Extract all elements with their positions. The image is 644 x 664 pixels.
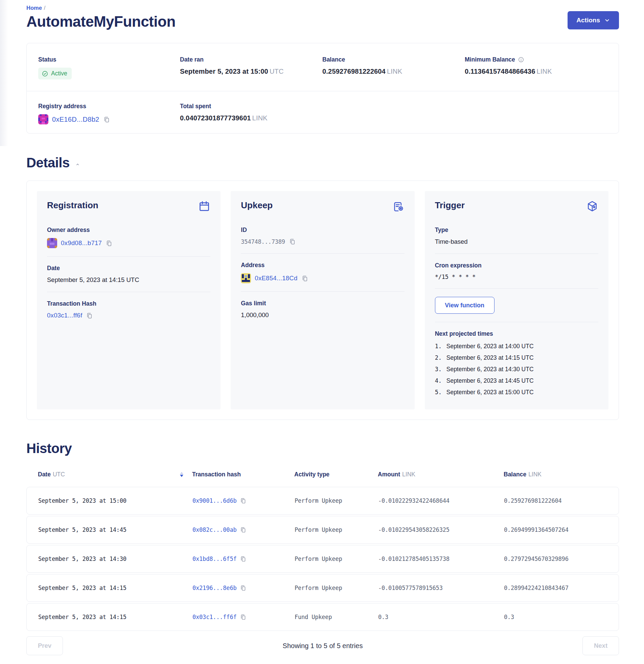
status-badge-label: Active bbox=[51, 70, 67, 77]
row-date: September 5, 2023 at 14:30 bbox=[38, 556, 193, 562]
copy-icon bbox=[240, 584, 246, 591]
sort-date-button[interactable] bbox=[180, 472, 183, 477]
trigger-title: Trigger bbox=[435, 200, 465, 211]
next-projected-times-label: Next projected times bbox=[435, 330, 598, 337]
status-badge: Active bbox=[38, 68, 72, 80]
breadcrumb-home-link[interactable]: Home bbox=[26, 5, 42, 11]
copy-hash-button[interactable] bbox=[240, 584, 246, 591]
pagination-summary: Showing 1 to 5 of 5 entries bbox=[63, 642, 582, 650]
prev-button[interactable]: Prev bbox=[26, 636, 63, 655]
view-function-button[interactable]: View function bbox=[435, 297, 495, 314]
next-projected-times-list: 1.September 6, 2023 at 14:00 UTC 2.Septe… bbox=[435, 343, 598, 396]
copy-icon bbox=[301, 275, 308, 282]
status-label: Status bbox=[38, 56, 180, 63]
registry-address-field: Registry address 0xE16D...D8b2 bbox=[38, 103, 180, 124]
transaction-hash-link[interactable]: 0x03c1...ff6f bbox=[47, 312, 82, 319]
row-amount: -0.010212785405135738 bbox=[378, 556, 504, 562]
next-button[interactable]: Next bbox=[582, 636, 619, 655]
row-hash-link[interactable]: 0x9001...6d6b bbox=[193, 497, 237, 504]
actions-button[interactable]: Actions bbox=[567, 11, 619, 29]
document-gear-icon bbox=[393, 200, 404, 212]
copy-registry-address-button[interactable] bbox=[103, 116, 110, 123]
upkeep-address-label: Address bbox=[241, 262, 404, 269]
col-activity-type-label: Activity type bbox=[294, 471, 378, 478]
min-balance-value: 0.11364157484866436 bbox=[465, 68, 535, 75]
min-balance-label: Minimum Balance bbox=[465, 56, 515, 63]
transaction-hash-label: Transaction Hash bbox=[47, 300, 210, 307]
copy-upkeep-id-button[interactable] bbox=[289, 238, 296, 245]
total-spent-field: Total spent 0.04072301877739601LINK bbox=[180, 103, 322, 124]
upkeep-panel: Upkeep ID 354748...7389 Address 0xE854..… bbox=[231, 191, 414, 410]
row-amount: -0.010222932422468644 bbox=[378, 497, 504, 504]
calendar-icon bbox=[198, 200, 210, 212]
trigger-type-label: Type bbox=[435, 227, 598, 234]
col-balance-suffix: LINK bbox=[528, 471, 542, 478]
copy-hash-button[interactable] bbox=[240, 526, 246, 533]
copy-hash-button[interactable] bbox=[240, 497, 246, 504]
list-item: 4.September 6, 2023 at 14:45 UTC bbox=[435, 377, 598, 385]
date-ran-suffix: UTC bbox=[269, 68, 284, 75]
list-item: 2.September 6, 2023 at 14:15 UTC bbox=[435, 354, 598, 361]
owner-address-link[interactable]: 0x9d08...b717 bbox=[61, 240, 102, 247]
row-activity-type: Fund Upkeep bbox=[295, 614, 378, 620]
row-hash-link[interactable]: 0x1bd8...6f5f bbox=[193, 556, 237, 562]
registration-title: Registration bbox=[47, 200, 98, 211]
copy-icon bbox=[86, 312, 93, 319]
gas-limit-label: Gas limit bbox=[241, 300, 404, 307]
page-left-shadow bbox=[0, 0, 8, 146]
table-row: September 5, 2023 at 14:30 0x1bd8...6f5f… bbox=[26, 545, 619, 573]
copy-owner-address-button[interactable] bbox=[105, 240, 113, 247]
upkeep-address-link[interactable]: 0xE854...18Cd bbox=[255, 274, 297, 282]
chevron-down-icon bbox=[604, 17, 610, 23]
row-balance: 0.3 bbox=[504, 614, 607, 620]
date-ran-field: Date ran September 5, 2023 at 15:00UTC bbox=[180, 56, 322, 80]
page-title: AutomateMyFunction bbox=[26, 13, 619, 30]
upkeep-id-label: ID bbox=[241, 227, 404, 234]
status-field: Status Active bbox=[38, 56, 180, 80]
row-date: September 5, 2023 at 14:15 bbox=[38, 614, 193, 620]
registry-address-label: Registry address bbox=[38, 103, 180, 110]
row-hash-link[interactable]: 0x082c...00ab bbox=[193, 526, 237, 533]
table-row: September 5, 2023 at 14:15 0x2196...8e6b… bbox=[26, 574, 619, 602]
row-balance: 0.27972945670329896 bbox=[504, 556, 607, 562]
date-ran-value: September 5, 2023 at 15:00 bbox=[180, 68, 268, 75]
breadcrumb: Home/ bbox=[26, 5, 619, 11]
row-amount: -0.010229543058226325 bbox=[378, 526, 504, 533]
row-hash-link[interactable]: 0x2196...8e6b bbox=[193, 584, 237, 591]
details-heading: Details bbox=[26, 155, 70, 170]
registration-date-value: September 5, 2023 at 14:15 UTC bbox=[47, 276, 210, 284]
copy-icon bbox=[240, 497, 246, 504]
owner-address-label: Owner address bbox=[47, 227, 210, 234]
copy-transaction-hash-button[interactable] bbox=[86, 312, 93, 319]
copy-upkeep-address-button[interactable] bbox=[301, 275, 308, 282]
row-hash-link[interactable]: 0x03c1...ff6f bbox=[193, 614, 237, 620]
col-date-label: Date bbox=[38, 471, 51, 478]
col-amount-suffix: LINK bbox=[402, 471, 415, 478]
info-icon[interactable] bbox=[518, 57, 524, 63]
copy-hash-button[interactable] bbox=[240, 614, 246, 620]
list-item: 5.September 6, 2023 at 15:00 UTC bbox=[435, 389, 598, 396]
registry-address-link[interactable]: 0xE16D...D8b2 bbox=[52, 116, 99, 123]
sort-asc-icon bbox=[180, 472, 183, 474]
total-spent-label: Total spent bbox=[180, 103, 322, 110]
row-activity-type: Perform Upkeep bbox=[295, 556, 378, 562]
row-balance: 0.28994224210843467 bbox=[504, 584, 607, 591]
trigger-panel: Trigger Type Time-based Cron expression … bbox=[425, 191, 608, 410]
gas-limit-value: 1,000,000 bbox=[241, 311, 404, 319]
copy-hash-button[interactable] bbox=[240, 556, 246, 562]
total-spent-suffix: LINK bbox=[252, 114, 267, 122]
trigger-type-value: Time-based bbox=[435, 238, 598, 246]
row-amount: -0.0100577578915653 bbox=[378, 584, 504, 591]
list-item: 3.September 6, 2023 at 14:30 UTC bbox=[435, 366, 598, 373]
copy-icon bbox=[289, 238, 296, 245]
min-balance-suffix: LINK bbox=[537, 68, 552, 75]
balance-value: 0.259276981222604 bbox=[322, 68, 386, 75]
col-date-suffix: UTC bbox=[53, 471, 65, 478]
details-collapse-button[interactable] bbox=[75, 162, 80, 167]
copy-icon bbox=[103, 116, 110, 123]
cron-expression-value: */15 * * * * bbox=[435, 273, 598, 280]
col-transaction-hash-label: Transaction hash bbox=[192, 471, 294, 478]
balance-suffix: LINK bbox=[387, 68, 402, 75]
upkeep-id-value: 354748...7389 bbox=[241, 238, 285, 245]
copy-icon bbox=[105, 240, 113, 247]
